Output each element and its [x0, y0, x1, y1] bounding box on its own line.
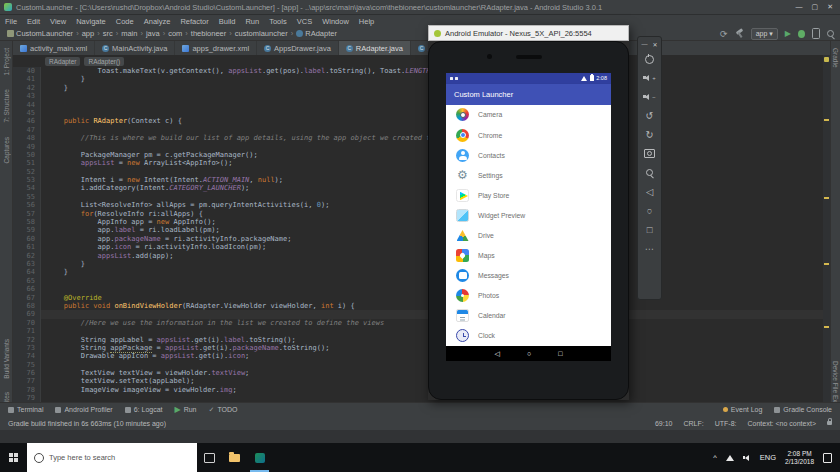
app-row-camera[interactable]: Camera — [446, 105, 611, 125]
code-line[interactable]: 61 app.icon = ri.activityInfo.loadIcon(p… — [13, 243, 830, 251]
overview-nav-icon[interactable]: □ — [558, 350, 562, 357]
code-line[interactable]: 77 textView.setText(appLabel); — [13, 377, 830, 385]
minimize-button[interactable]: — — [796, 3, 803, 11]
tool-window-6-logcat[interactable]: 6: Logcat — [125, 405, 163, 414]
taskbar-search-input[interactable]: Type here to search — [27, 443, 197, 472]
code-line[interactable]: 52 — [13, 168, 830, 176]
tab-apps-drawer-xml[interactable]: apps_drawer.xml — [175, 41, 257, 55]
run-button[interactable]: ▶ — [785, 29, 791, 38]
menu-item-view[interactable]: View — [45, 17, 71, 26]
code-line[interactable]: 46 public RAdapter(Context c) { — [13, 117, 830, 125]
code-line[interactable]: 78 ImageView imageView = viewHolder.img; — [13, 386, 830, 394]
emulator-window[interactable]: Android Emulator - Nexus_5X_API_26:5554 … — [428, 25, 629, 400]
code-editor[interactable]: RAdapterRAdapter() 40 Toast.makeText(v.g… — [13, 55, 830, 402]
sync-icon[interactable]: ⟳ — [720, 29, 728, 39]
code-line[interactable]: 71 — [13, 327, 830, 335]
back-button[interactable]: ◁ — [638, 182, 661, 201]
rotate-right-button[interactable]: ↻ — [638, 125, 661, 144]
emulator-minimize-button[interactable]: — — [641, 41, 647, 47]
breadcrumb-item-com[interactable]: com — [167, 29, 183, 38]
tool-button-1-project[interactable]: 1: Project — [3, 48, 10, 75]
menu-item-tools[interactable]: Tools — [264, 17, 292, 26]
tool-window-event-log[interactable]: Event Log — [723, 406, 763, 413]
code-line[interactable]: 55 — [13, 193, 830, 201]
code-line[interactable]: 63 } — [13, 260, 830, 268]
overview-button[interactable]: □ — [638, 220, 661, 239]
menu-item-vcs[interactable]: VCS — [292, 17, 317, 26]
scope-chip[interactable]: RAdapter() — [84, 57, 124, 66]
menu-item-run[interactable]: Run — [240, 17, 264, 26]
tab-mainactivity-java[interactable]: MainActivity.java — [95, 41, 175, 55]
breadcrumb-item-java[interactable]: java — [145, 29, 161, 38]
code-line[interactable]: 41 } — [13, 75, 830, 83]
rotate-left-button[interactable]: ↺ — [638, 106, 661, 125]
tool-window-terminal[interactable]: Terminal — [8, 405, 43, 414]
code-line[interactable]: 68 public void onBindViewHolder(RAdapter… — [13, 302, 830, 310]
tool-button-captures[interactable]: Captures — [3, 137, 10, 163]
code-line[interactable]: 48 //This is where we build our list of … — [13, 134, 830, 142]
code-line[interactable]: 65 — [13, 277, 830, 285]
code-line[interactable]: 59 app.label = ri.loadLabel(pm); — [13, 226, 830, 234]
breadcrumb-item-customlauncher[interactable]: CustomLauncher — [6, 29, 74, 38]
code-line[interactable]: 56 List<ResolveInfo> allApps = pm.queryI… — [13, 201, 830, 209]
app-row-play-store[interactable]: Play Store — [446, 185, 611, 205]
android-studio-taskbar-button[interactable] — [247, 443, 272, 472]
home-button[interactable]: ○ — [638, 201, 661, 220]
emulator-close-button[interactable]: ✕ — [652, 41, 657, 48]
menu-item-edit[interactable]: Edit — [22, 17, 45, 26]
app-row-settings[interactable]: Settings — [446, 165, 611, 185]
breadcrumb-item-app[interactable]: app — [81, 29, 96, 38]
app-row-photos[interactable]: Photos — [446, 286, 611, 306]
code-line[interactable]: 67 @Override — [13, 294, 830, 302]
tool-button-gradle[interactable]: Gradle — [832, 48, 839, 68]
app-row-calendar[interactable]: Calendar — [446, 306, 611, 326]
app-row-widget-preview[interactable]: Widget Preview — [446, 205, 611, 225]
phone-screen[interactable]: 2:08 Custom Launcher CameraChromeContact… — [446, 73, 611, 361]
code-line[interactable]: 49 — [13, 143, 830, 151]
zoom-button[interactable] — [638, 163, 661, 182]
app-row-messages[interactable]: Messages — [446, 266, 611, 286]
menu-item-navigate[interactable]: Navigate — [71, 17, 111, 26]
volume-down-button[interactable]: − — [638, 87, 661, 106]
code-line[interactable]: 50 PackageManager pm = c.getPackageManag… — [13, 151, 830, 159]
app-row-drive[interactable]: Drive — [446, 225, 611, 245]
network-icon[interactable] — [726, 455, 734, 461]
tray-chevron-icon[interactable]: ^ — [713, 453, 717, 462]
app-row-contacts[interactable]: Contacts — [446, 145, 611, 165]
code-line[interactable]: 73 String appPackage = appsList.get(i).p… — [13, 344, 830, 352]
build-hammer-icon[interactable] — [735, 29, 744, 38]
tool-window-gradle-console[interactable]: Gradle Console — [774, 406, 832, 413]
lock-icon[interactable] — [827, 421, 832, 425]
app-row-chrome[interactable]: Chrome — [446, 125, 611, 145]
code-line[interactable]: 75 — [13, 361, 830, 369]
action-center-icon[interactable] — [823, 453, 832, 463]
breadcrumb-item-thebioneer[interactable]: thebioneer — [190, 29, 227, 38]
tab-radapter-java[interactable]: RAdapter.java — [339, 41, 411, 55]
home-nav-icon[interactable]: ○ — [527, 350, 531, 357]
code-line[interactable]: 72 String appLabel = appsList.get(i).lab… — [13, 336, 830, 344]
code-line[interactable]: 54 i.addCategory(Intent.CATEGORY_LAUNCHE… — [13, 184, 830, 192]
volume-icon[interactable] — [743, 454, 751, 462]
menu-item-refactor[interactable]: Refactor — [175, 17, 213, 26]
breadcrumb-item-main[interactable]: main — [120, 29, 138, 38]
line-separator-indicator[interactable]: CRLF: — [683, 420, 703, 427]
code-line[interactable]: 51 appsList = new ArrayList<AppInfo>(); — [13, 159, 830, 167]
volume-up-button[interactable]: + — [638, 68, 661, 87]
tray-clock[interactable]: 2:08 PM 2/13/2018 — [785, 450, 814, 466]
scope-chip[interactable]: RAdapter — [45, 57, 80, 66]
debug-icon[interactable] — [798, 30, 805, 38]
code-line[interactable]: 58 AppInfo app = new AppInfo(); — [13, 218, 830, 226]
menu-item-window[interactable]: Window — [317, 17, 354, 26]
file-explorer-button[interactable] — [222, 443, 247, 472]
code-line[interactable]: 57 for(ResolveInfo ri:allApps) { — [13, 210, 830, 218]
code-line[interactable]: 70 //Here we use the information in the … — [13, 319, 830, 327]
more-button[interactable]: ⋯ — [638, 239, 661, 258]
code-line[interactable]: 44 — [13, 101, 830, 109]
breadcrumb-item-src[interactable]: src — [102, 29, 114, 38]
maximize-button[interactable]: ▢ — [812, 3, 819, 11]
search-icon[interactable] — [827, 30, 834, 37]
tab-appsdrawer-java[interactable]: AppsDrawer.java — [257, 41, 339, 55]
back-nav-icon[interactable]: ◁ — [495, 350, 500, 357]
code-line[interactable]: 42 } — [13, 84, 830, 92]
editor-scrollbar[interactable] — [823, 55, 830, 402]
